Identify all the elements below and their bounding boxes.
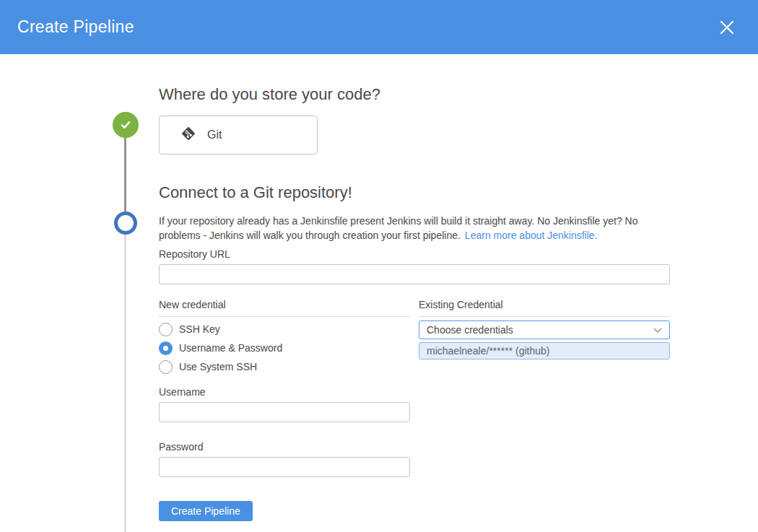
step-current-circle [114, 212, 137, 235]
radio-username-password[interactable]: Username & Password [159, 339, 410, 357]
radio-system-ssh-label: Use System SSH [179, 361, 257, 372]
store-code-heading: Where do you store your code? [159, 84, 671, 105]
dialog-header: Create Pipeline [0, 0, 758, 54]
radio-ssh-key-circle[interactable] [159, 323, 173, 336]
username-input[interactable] [159, 402, 410, 422]
existing-credential-heading: Existing Credential [419, 299, 670, 317]
repository-url-input[interactable] [159, 264, 670, 284]
close-icon[interactable] [715, 15, 739, 40]
password-label: Password [159, 441, 671, 453]
stepper-connector-light [124, 233, 126, 532]
connect-repo-heading: Connect to a Git repository! [159, 183, 671, 203]
connect-repo-description: If your repository already has a Jenkins… [159, 214, 668, 243]
radio-username-password-circle[interactable] [159, 341, 173, 355]
step-completed-check-icon [113, 112, 139, 138]
git-button-label: Git [207, 128, 222, 141]
credential-type-radio-group: SSH Key Username & Password Use System S… [159, 320, 410, 376]
radio-system-ssh-circle[interactable] [159, 360, 173, 374]
stepper-connector-dark [124, 136, 126, 213]
repository-url-label: Repository URL [159, 248, 671, 260]
password-input[interactable] [159, 457, 410, 477]
new-credential-heading: New credential [159, 299, 410, 317]
git-icon [180, 125, 197, 145]
credential-option-michaelneale[interactable]: michaelneale/****** (github) [419, 342, 670, 359]
git-scm-button[interactable]: Git [159, 115, 318, 154]
radio-ssh-key-label: SSH Key [179, 323, 220, 335]
new-credential-section: New credential SSH Key Username & Passwo… [159, 299, 410, 376]
existing-credential-section: Existing Credential Choose credentials m… [419, 299, 670, 376]
radio-username-password-label: Username & Password [179, 342, 282, 354]
page-title: Create Pipeline [17, 17, 134, 37]
choose-credentials-value: Choose credentials [427, 324, 513, 336]
username-label: Username [159, 386, 671, 398]
choose-credentials-select[interactable]: Choose credentials [419, 320, 670, 339]
radio-system-ssh[interactable]: Use System SSH [159, 357, 410, 376]
chevron-down-icon [653, 324, 662, 336]
create-pipeline-button[interactable]: Create Pipeline [159, 501, 253, 521]
jenkinsfile-learn-more-link[interactable]: Learn more about Jenkinsfile. [465, 230, 598, 241]
radio-ssh-key[interactable]: SSH Key [159, 320, 410, 339]
dialog-body: Where do you store your code? Git Connec… [0, 84, 758, 532]
credential-columns: New credential SSH Key Username & Passwo… [159, 299, 671, 376]
